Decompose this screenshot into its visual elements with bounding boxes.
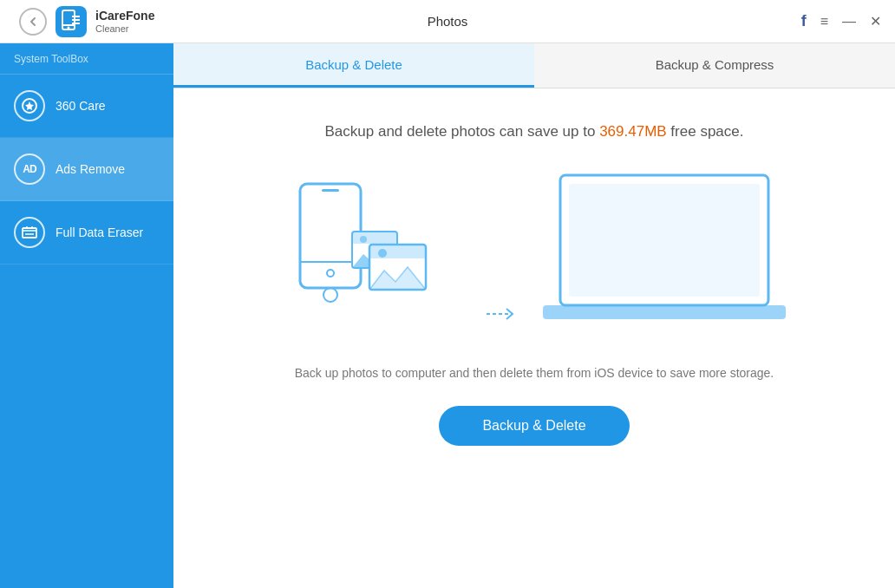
tab-backup-compress[interactable]: Backup & Compress [534,43,895,88]
svg-point-23 [378,249,387,258]
transfer-arrow [482,288,517,340]
svg-rect-8 [23,228,36,238]
illustration [274,167,794,340]
facebook-icon[interactable]: f [801,12,807,30]
sidebar-header: System ToolBox [0,43,173,75]
sidebar-label-360care: 360 Care [56,99,106,113]
close-button[interactable]: ✕ [870,13,881,29]
minimize-button[interactable]: — [842,14,856,29]
titlebar: iCareFone Cleaner Photos f ≡ — ✕ [0,0,895,43]
info-text-after: free space. [667,123,744,140]
app-sub: Cleaner [95,23,154,34]
backup-delete-button[interactable]: Backup & Delete [439,406,629,446]
sidebar-item-adsremove[interactable]: AD Ads Remove [0,138,173,201]
svg-rect-16 [322,189,339,192]
svg-rect-28 [569,184,760,297]
info-text-before: Backup and delete photos can save up to [325,123,600,140]
svg-point-20 [360,236,367,243]
sidebar-label-adsremove: Ads Remove [56,162,125,176]
svg-rect-19 [352,232,397,244]
sidebar-item-360care[interactable]: 360 Care [0,75,173,138]
sidebar: System ToolBox 360 Care AD Ads Remove [0,43,173,588]
svg-rect-27 [543,305,786,319]
svg-point-3 [68,26,70,29]
svg-point-15 [327,270,334,277]
content-body: Backup and delete photos can save up to … [173,88,895,588]
menu-icon[interactable]: ≡ [820,14,828,29]
window-title: Photos [428,14,468,29]
titlebar-controls: f ≡ — ✕ [801,12,895,30]
fullerase-icon [14,217,45,248]
info-text: Backup and delete photos can save up to … [325,123,744,140]
svg-point-17 [323,288,337,302]
content-area: Backup & Delete Backup & Compress Backup… [173,43,895,588]
titlebar-left: iCareFone Cleaner [0,6,154,37]
main-container: System ToolBox 360 Care AD Ads Remove [0,43,895,588]
adsremove-icon: AD [14,154,45,185]
tab-backup-delete[interactable]: Backup & Delete [173,43,534,88]
360care-icon [14,90,45,121]
app-name-block: iCareFone Cleaner [95,9,154,34]
laptop-illustration [534,167,794,340]
sidebar-label-fullerase: Full Data Eraser [56,225,143,239]
svg-rect-22 [369,245,426,258]
phone-illustration [274,167,465,340]
info-highlight: 369.47MB [599,123,667,140]
app-name: iCareFone [95,9,154,23]
tabs: Backup & Delete Backup & Compress [173,43,895,88]
sub-text: Back up photos to computer and then dele… [295,366,774,380]
back-button[interactable] [19,8,47,36]
app-logo [56,6,87,37]
sidebar-item-fullerase[interactable]: Full Data Eraser [0,201,173,265]
